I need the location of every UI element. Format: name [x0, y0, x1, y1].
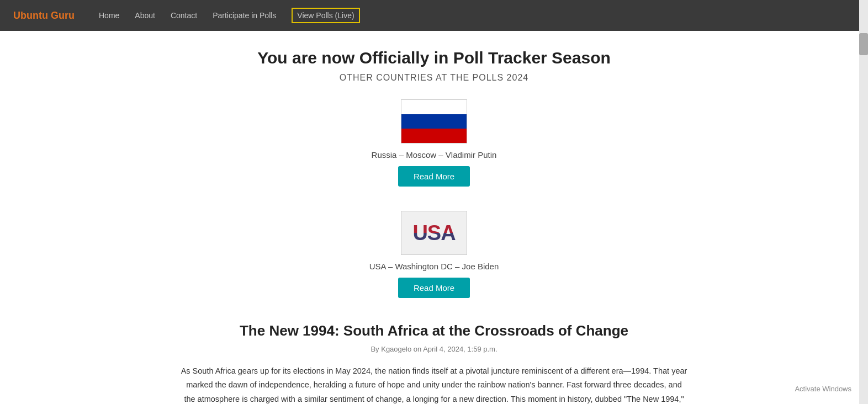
nav-link-about[interactable]: About — [135, 11, 155, 20]
russia-flag — [401, 100, 467, 143]
article-byline: By Kgaogelo on April 4, 2024, 1:59 p.m. — [180, 345, 688, 353]
article-body: As South Africa gears up for its electio… — [180, 364, 688, 404]
usa-flag-container: USA — [401, 211, 467, 255]
scrollbar[interactable] — [859, 0, 868, 404]
country-block-usa: USA USA – Washington DC – Joe Biden Read… — [180, 211, 688, 309]
navbar: Ubuntu Guru Home About Contact Participa… — [0, 0, 868, 31]
nav-brand[interactable]: Ubuntu Guru — [13, 10, 75, 22]
page-subtitle: OTHER COUNTRIES AT THE POLLS 2024 — [180, 73, 688, 83]
nav-link-contact[interactable]: Contact — [171, 11, 197, 20]
article-paragraph-1: As South Africa gears up for its electio… — [180, 364, 688, 404]
usa-read-more-button[interactable]: Read More — [398, 278, 470, 298]
article-title: The New 1994: South Africa at the Crossr… — [180, 322, 688, 339]
russia-caption: Russia – Moscow – Vladimir Putin — [372, 150, 497, 160]
flag-stripe-white — [401, 100, 467, 114]
country-block-russia: Russia – Moscow – Vladimir Putin Read Mo… — [180, 99, 688, 198]
russia-read-more-button[interactable]: Read More — [398, 166, 470, 187]
nav-link-home[interactable]: Home — [99, 11, 119, 20]
activate-windows-watermark: Activate Windows — [795, 385, 851, 393]
page-title: You are now Officially in Poll Tracker S… — [180, 49, 688, 67]
flag-stripe-blue — [401, 114, 467, 129]
nav-link-participate[interactable]: Participate in Polls — [213, 11, 276, 20]
main-content: You are now Officially in Poll Tracker S… — [169, 31, 699, 404]
russia-flag-container — [401, 99, 467, 143]
usa-caption: USA – Washington DC – Joe Biden — [369, 262, 499, 271]
usa-logo: USA — [412, 221, 455, 245]
scrollbar-thumb[interactable] — [859, 33, 868, 55]
nav-link-view-polls[interactable]: View Polls (Live) — [292, 8, 359, 23]
flag-stripe-red — [401, 129, 467, 143]
